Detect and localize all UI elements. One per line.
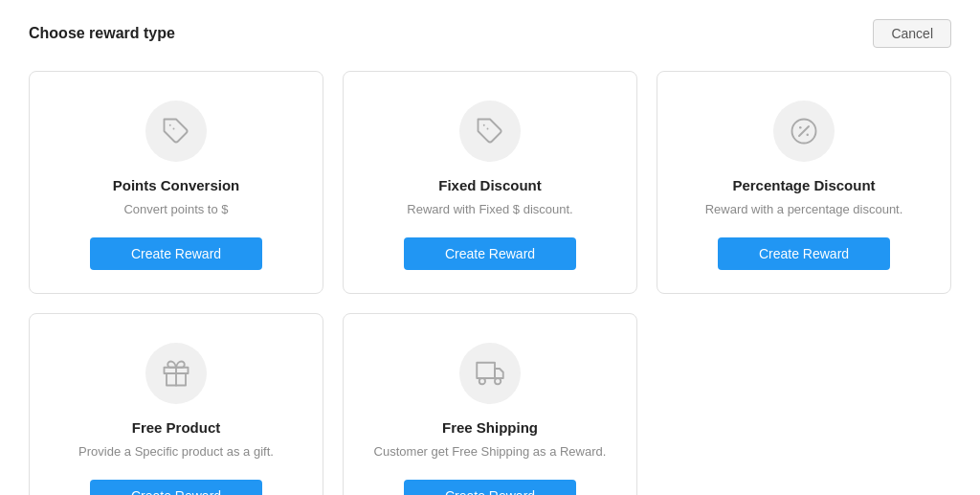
cancel-button[interactable]: Cancel [873,19,951,48]
svg-marker-11 [495,369,503,378]
fixed-discount-desc: Reward with Fixed $ discount. [407,201,572,218]
percent-icon [790,117,818,146]
free-product-create-button[interactable]: Create Reward [90,480,262,495]
card-free-product: Free Product Provide a Specific product … [29,313,323,495]
points-conversion-desc: Convert points to $ [123,201,228,218]
tag-icon [162,117,190,146]
points-conversion-create-button[interactable]: Create Reward [90,237,262,270]
percentage-discount-create-button[interactable]: Create Reward [718,237,890,270]
percentage-discount-title: Percentage Discount [732,177,875,193]
free-product-desc: Provide a Specific product as a gift. [78,443,274,461]
free-shipping-create-button[interactable]: Create Reward [404,480,576,495]
fixed-discount-icon-wrap [459,101,521,162]
card-fixed-discount: Fixed Discount Reward with Fixed $ disco… [343,71,637,294]
fixed-discount-title: Fixed Discount [438,177,542,193]
cards-row-2: Free Product Provide a Specific product … [29,313,951,495]
card-free-shipping: Free Shipping Customer get Free Shipping… [343,313,637,495]
card-percentage-discount: Percentage Discount Reward with a percen… [657,71,951,294]
points-conversion-icon-wrap [145,101,207,162]
free-shipping-icon-wrap [459,343,521,404]
tag-dollar-icon [476,117,504,146]
page-title: Choose reward type [29,25,175,42]
gift-icon [162,359,190,388]
card-points-conversion: Points Conversion Convert points to $ Cr… [29,71,323,294]
svg-point-12 [479,378,485,384]
percentage-discount-desc: Reward with a percentage discount. [705,201,903,218]
percentage-discount-icon-wrap [773,101,835,162]
free-product-icon-wrap [145,343,207,404]
truck-icon [476,359,504,388]
free-shipping-desc: Customer get Free Shipping as a Reward. [374,443,607,461]
points-conversion-title: Points Conversion [113,177,240,193]
fixed-discount-create-button[interactable]: Create Reward [404,237,576,270]
free-product-title: Free Product [132,419,221,436]
svg-point-7 [807,134,810,137]
svg-point-13 [495,378,501,384]
svg-rect-10 [477,363,495,378]
free-shipping-title: Free Shipping [442,419,538,436]
cards-row-1: Points Conversion Convert points to $ Cr… [29,71,951,294]
svg-point-6 [799,126,802,129]
